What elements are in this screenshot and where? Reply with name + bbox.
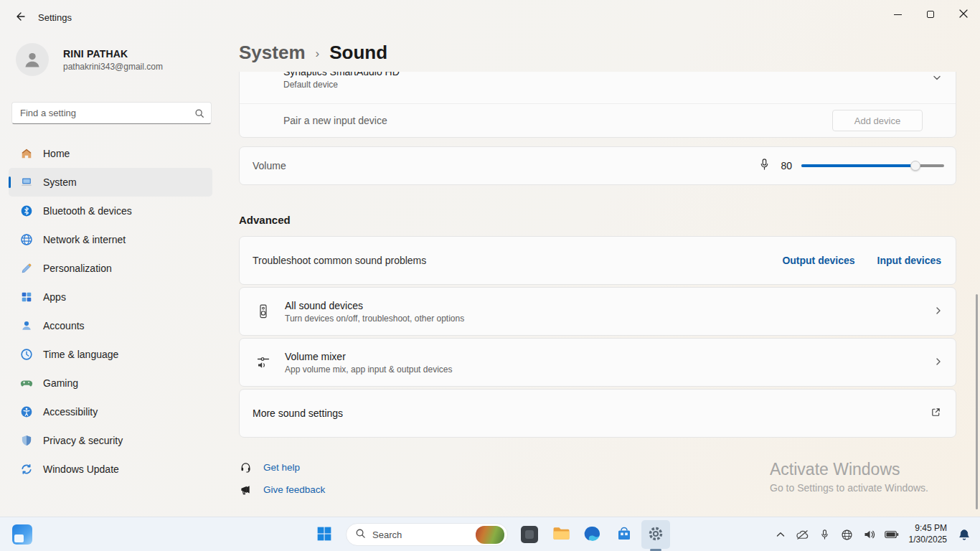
sidebar-item-label: Home — [43, 148, 70, 159]
back-button[interactable] — [9, 6, 33, 28]
input-devices-link[interactable]: Input devices — [877, 255, 941, 266]
sidebar-item-label: Windows Update — [43, 463, 119, 475]
taskbar-search[interactable]: Search — [346, 523, 508, 546]
sidebar-item-label: Apps — [43, 291, 66, 303]
give-feedback-link[interactable]: Give feedback — [263, 484, 325, 495]
close-icon — [959, 9, 968, 20]
sidebar-item-bluetooth-devices[interactable]: Bluetooth & devices — [9, 197, 212, 225]
breadcrumb-system[interactable]: System — [239, 42, 306, 64]
minimize-icon — [894, 14, 902, 15]
add-device-button[interactable]: Add device — [832, 110, 923, 131]
accounts-icon — [19, 319, 33, 333]
sidebar-item-personalization[interactable]: Personalization — [9, 254, 212, 283]
search-icon — [194, 108, 204, 121]
avatar — [16, 43, 49, 76]
widgets-icon[interactable] — [12, 524, 32, 545]
more-sound-settings-row[interactable]: More sound settings — [239, 389, 956, 438]
taskbar-center: Search — [310, 520, 670, 549]
sidebar-item-network-internet[interactable]: Network & internet — [9, 225, 212, 254]
input-devices-card: Synaptics SmartAudio HD Default device P… — [239, 72, 956, 138]
sidebar-item-label: Accounts — [43, 320, 85, 331]
volume-mixer-title: Volume mixer — [285, 351, 934, 362]
sidebar-nav: Home System Bluetooth & devices Network … — [0, 139, 215, 484]
sidebar-item-time-language[interactable]: Time & language — [9, 340, 212, 369]
page-title: Sound — [329, 42, 387, 64]
update-arrows-icon — [19, 463, 33, 476]
sidebar-item-home[interactable]: Home — [9, 139, 212, 168]
give-feedback-row[interactable]: Give feedback — [239, 484, 382, 496]
scrollbar[interactable] — [976, 294, 978, 509]
pinned-app-dark-icon[interactable] — [515, 520, 544, 549]
settings-search-input[interactable] — [12, 103, 211, 123]
user-email: pathakrini343@gmail.com — [63, 62, 163, 72]
sidebar-item-label: Bluetooth & devices — [43, 205, 132, 217]
output-devices-link[interactable]: Output devices — [782, 255, 854, 266]
troubleshoot-card: Troubleshoot common sound problems Outpu… — [239, 236, 956, 285]
user-profile[interactable]: RINI PATHAK pathakrini343@gmail.com — [16, 43, 202, 76]
person-icon — [22, 50, 42, 70]
network-tray-icon[interactable] — [839, 523, 856, 546]
hidden-icons-chevron[interactable] — [772, 523, 789, 546]
minimize-button[interactable] — [881, 0, 914, 29]
sidebar-item-label: Privacy & security — [43, 435, 123, 446]
breadcrumb-separator-icon: › — [316, 44, 320, 61]
sidebar-item-accounts[interactable]: Accounts — [9, 311, 212, 340]
get-help-link[interactable]: Get help — [263, 462, 300, 473]
window-title: Settings — [38, 12, 72, 23]
all-sound-devices-subtitle: Turn devices on/off, troubleshoot, other… — [285, 314, 934, 324]
input-device-row[interactable]: Synaptics SmartAudio HD Default device — [240, 72, 956, 104]
microsoft-store-icon[interactable] — [610, 520, 639, 549]
input-device-name: Synaptics SmartAudio HD — [283, 72, 933, 77]
gamepad-icon — [19, 377, 33, 390]
sidebar-item-windows-update[interactable]: Windows Update — [9, 455, 212, 484]
volume-mixer-row[interactable]: Volume mixer App volume mix, app input &… — [239, 338, 956, 387]
volume-slider[interactable] — [801, 164, 944, 167]
sidebar-item-label: Accessibility — [43, 406, 98, 418]
file-explorer-icon[interactable] — [547, 520, 575, 549]
sidebar-item-privacy-security[interactable]: Privacy & security — [9, 426, 212, 455]
microphone-tray-icon[interactable] — [816, 523, 834, 546]
settings-scroll-area: Synaptics SmartAudio HD Default device P… — [239, 72, 956, 517]
sidebar-item-apps[interactable]: Apps — [9, 283, 212, 311]
user-name: RINI PATHAK — [63, 48, 163, 60]
troubleshoot-label: Troubleshoot common sound problems — [253, 255, 782, 266]
sidebar-item-label: Network & internet — [43, 234, 126, 245]
volume-card: Volume 80 — [239, 146, 956, 185]
accessibility-icon — [19, 405, 33, 419]
edge-browser-icon[interactable] — [578, 520, 607, 549]
all-sound-devices-row[interactable]: All sound devices Turn devices on/off, t… — [239, 287, 956, 336]
notifications-bell-icon[interactable] — [956, 523, 973, 546]
maximize-icon — [927, 11, 934, 18]
settings-app-icon[interactable] — [641, 520, 670, 549]
close-button[interactable] — [947, 0, 980, 29]
sidebar-item-accessibility[interactable]: Accessibility — [9, 397, 212, 426]
get-help-row[interactable]: Get help — [239, 461, 382, 474]
titlebar: Settings — [0, 0, 980, 34]
onedrive-icon[interactable] — [794, 523, 811, 546]
clock-icon — [19, 348, 33, 362]
sidebar-item-system[interactable]: System — [9, 168, 212, 197]
chevron-right-icon — [934, 305, 943, 318]
start-button[interactable] — [310, 520, 339, 549]
sidebar-item-gaming[interactable]: Gaming — [9, 369, 212, 397]
battery-icon[interactable] — [883, 523, 900, 546]
system-tray: 9:45 PM 1/30/2025 — [772, 517, 973, 551]
personalization-icon — [19, 262, 33, 276]
speaker-icon[interactable] — [861, 523, 878, 546]
breadcrumb: System › Sound — [239, 42, 387, 64]
volume-mixer-icon — [254, 355, 273, 369]
clock-date: 1/30/2025 — [909, 534, 947, 546]
feedback-icon — [239, 484, 252, 496]
clock-time: 9:45 PM — [909, 523, 947, 534]
chevron-down-icon — [933, 72, 941, 85]
volume-slider-thumb[interactable] — [910, 161, 920, 171]
maximize-button[interactable] — [914, 0, 947, 29]
gear-icon — [647, 525, 664, 545]
taskbar-clock[interactable]: 9:45 PM 1/30/2025 — [909, 523, 947, 545]
sound-devices-icon — [254, 303, 273, 319]
main-content: System › Sound Synaptics SmartAudio HD D… — [215, 34, 980, 517]
search-highlight-image[interactable] — [476, 526, 504, 544]
back-arrow-icon — [15, 11, 27, 24]
sidebar-item-label: Personalization — [43, 263, 112, 274]
volume-mixer-subtitle: App volume mix, app input & output devic… — [285, 364, 934, 375]
